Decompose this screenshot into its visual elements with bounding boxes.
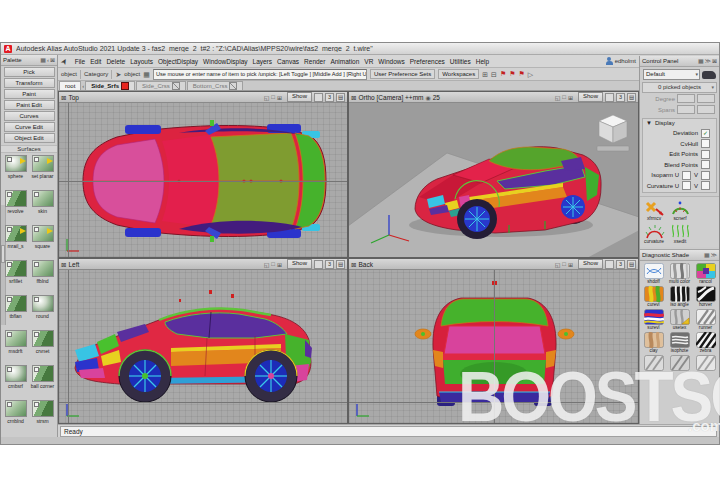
viewport-tile-icon[interactable]: ⊞ [568, 94, 573, 101]
menu-utilities[interactable]: Utilities [450, 58, 471, 65]
menu-render[interactable]: Render [304, 58, 325, 65]
menu-objectdisplay[interactable]: ObjectDisplay [158, 58, 198, 65]
isoparm-u-field[interactable] [682, 171, 691, 180]
menu-preferences[interactable]: Preferences [410, 58, 445, 65]
expand-arrow-icon[interactable]: ▷ [528, 70, 533, 79]
viewport-layer3-box[interactable]: 3 [616, 93, 625, 102]
tool-mrail[interactable]: mrail_s [3, 225, 29, 259]
control-panel-title-bar[interactable]: Control Panel ▦ ≫ ⊠ [640, 56, 719, 67]
viewport-tile-icon[interactable]: ⊞ [277, 94, 282, 101]
viewport-minimize-icon[interactable]: ◱ [264, 261, 270, 268]
shade-clay[interactable]: clay [641, 332, 667, 353]
layer-tab-root[interactable]: root [59, 81, 81, 90]
tool-round[interactable]: round [30, 295, 56, 329]
viewport-top[interactable]: ⊠ Top ◱ □ ⊞ Show 3 ▤ [58, 91, 348, 258]
user-chip[interactable]: edholmt [606, 57, 636, 65]
tool-ffblnd[interactable]: ffblnd [30, 260, 56, 294]
menu-canvas[interactable]: Canvas [277, 58, 299, 65]
viewport-left-canvas[interactable] [59, 270, 347, 423]
window-tile-icon[interactable]: ⊞ [482, 70, 488, 79]
menu-layers[interactable]: Layers [253, 58, 273, 65]
viewport-show-button[interactable]: Show [287, 259, 312, 269]
shade-isophote[interactable]: isophote [667, 332, 693, 353]
viewport-close-icon[interactable]: ⊠ [61, 93, 66, 102]
panel-menu-icon[interactable]: ▦ [704, 251, 710, 259]
category-label[interactable]: Category [84, 71, 108, 77]
shade-runner[interactable]: runner [693, 309, 719, 330]
preset-dropdown[interactable]: Default [643, 69, 700, 80]
menu-vr[interactable]: VR [364, 58, 373, 65]
tool-crnblnd[interactable]: crnblnd [3, 400, 29, 434]
viewport-maximize-icon[interactable]: □ [562, 94, 566, 100]
collapse-triangle-icon[interactable]: ▼ [646, 120, 652, 126]
degree-u-field[interactable] [677, 94, 695, 103]
viewport-tile-icon[interactable]: ⊞ [277, 261, 282, 268]
menu-edit[interactable]: Edit [90, 58, 101, 65]
window-single-icon[interactable]: ⊟ [491, 70, 497, 79]
viewport-minimize-icon[interactable]: ◱ [555, 261, 561, 268]
palette-section-paint-edit[interactable]: Paint Edit [4, 100, 55, 110]
cvhull-checkbox[interactable] [701, 139, 710, 148]
curvature-u-field[interactable] [682, 181, 691, 190]
menu-windowdisplay[interactable]: WindowDisplay [203, 58, 247, 65]
spans-u-field[interactable] [677, 105, 695, 114]
palette-close-icon[interactable]: ⊠ [50, 56, 55, 64]
viewport-show-button[interactable]: Show [578, 92, 603, 102]
viewport-maximize-icon[interactable]: □ [271, 94, 275, 100]
picked-objects-bar[interactable]: 0 picked objects [642, 82, 717, 93]
palette-menu-icon[interactable]: ▦ [40, 56, 46, 64]
palette-title-bar[interactable]: Palette ▦ ‹ ⊠ [1, 55, 57, 66]
palette-section-paint[interactable]: Paint [4, 89, 55, 99]
edit-points-checkbox[interactable] [701, 150, 710, 159]
viewport-grid-box[interactable]: ▤ [336, 93, 345, 102]
viewport-left[interactable]: ⊠ Left ◱ □ ⊞ Show 3 ▤ [58, 258, 348, 424]
menu-help[interactable]: Help [476, 58, 489, 65]
panel-expand-icon[interactable]: ≫ [705, 57, 711, 65]
menu-layouts[interactable]: Layouts [130, 58, 153, 65]
tool-skin[interactable]: skin [30, 190, 56, 224]
tool-tbflan[interactable]: tbflan [3, 295, 29, 329]
viewport-toggle-box[interactable] [314, 260, 323, 269]
viewport-layer3-box[interactable]: 3 [325, 93, 334, 102]
curvature-v-field[interactable] [701, 181, 710, 190]
palette-section-curve-edit[interactable]: Curve Edit [4, 122, 55, 132]
diagnostic-shade-title-bar[interactable]: Diagnostic Shade ▦ ≫ [640, 249, 719, 261]
palette-section-object-edit[interactable]: Object Edit [4, 133, 55, 143]
shade-iso-angle[interactable]: iso angle [667, 286, 693, 307]
degree-v-field[interactable] [697, 94, 715, 103]
shade-surevl[interactable]: surevl [641, 309, 667, 330]
viewport-toggle-box[interactable] [314, 93, 323, 102]
viewport-grid-box[interactable]: ▤ [627, 260, 636, 269]
blend-points-checkbox[interactable] [701, 160, 710, 169]
menu-delete[interactable]: Delete [106, 58, 125, 65]
viewport-perspective[interactable]: ⊠ Ortho [Camera] ++mm ◉ 25 ◱ □ ⊞ Show 3 … [348, 91, 639, 258]
tool-square[interactable]: square [30, 225, 56, 259]
viewport-show-button[interactable]: Show [287, 92, 312, 102]
tool-set-planar[interactable]: set planar [30, 155, 56, 189]
shade-shdoff[interactable]: shdoff [641, 263, 667, 284]
viewport-close-icon[interactable]: ⊠ [351, 260, 356, 269]
pin-icon-1[interactable]: ⚑ [500, 70, 506, 78]
layer-scroll-arrow[interactable]: ‹ [82, 83, 84, 89]
viewport-close-icon[interactable]: ⊠ [351, 93, 356, 102]
viewport-layer3-box[interactable]: 3 [325, 260, 334, 269]
tool-strsm[interactable]: strsm [30, 400, 56, 434]
isoparm-v-field[interactable] [701, 171, 710, 180]
tool-revolve[interactable]: revolve [3, 190, 29, 224]
palette-section-pick[interactable]: Pick [4, 67, 55, 77]
spans-v-field[interactable] [697, 105, 715, 114]
tool-crvnet[interactable]: crvnet [30, 330, 56, 364]
viewport-maximize-icon[interactable]: □ [271, 261, 275, 267]
palette-collapse-icon[interactable]: ‹ [47, 56, 49, 64]
shade-curevl[interactable]: curevl [641, 286, 667, 307]
viewport-grid-box[interactable]: ▤ [627, 93, 636, 102]
promptline[interactable]: Use mouse or enter name of item to pick … [153, 69, 367, 80]
panel-expand-icon[interactable]: ≫ [711, 251, 717, 259]
deviation-checkbox[interactable]: ✓ [701, 129, 710, 138]
tool-curvature[interactable]: curvature [642, 223, 666, 244]
viewport-show-button[interactable]: Show [578, 259, 603, 269]
pin-icon-3[interactable]: ⚑ [518, 70, 524, 78]
tool-xfrmcv[interactable]: xfrmcv [642, 200, 666, 221]
palette-section-curves[interactable]: Curves [4, 111, 55, 121]
viewport-perspective-canvas[interactable] [349, 103, 638, 257]
